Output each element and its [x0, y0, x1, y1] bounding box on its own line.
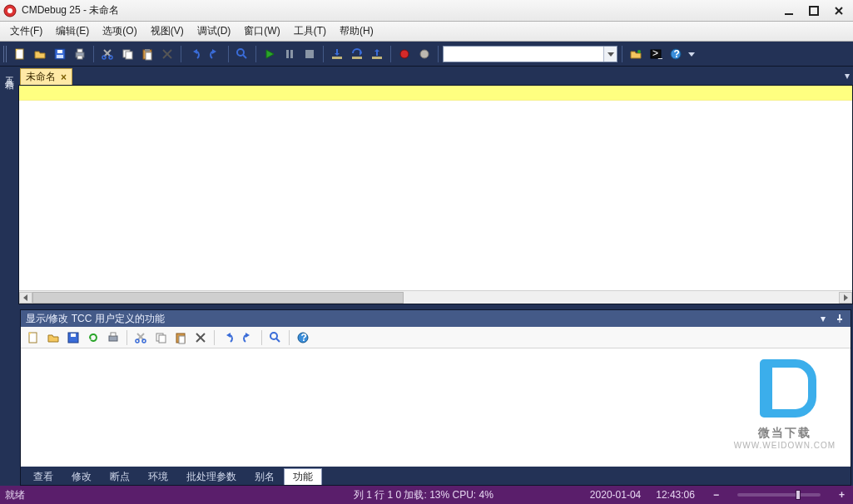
cut-button[interactable] [98, 45, 117, 63]
new-button[interactable] [11, 45, 29, 63]
menu-options[interactable]: 选项(O) [96, 22, 143, 41]
step-into-button[interactable] [328, 45, 346, 63]
step-out-button[interactable] [368, 45, 386, 63]
panel-paste-button[interactable] [171, 329, 190, 347]
svg-rect-37 [372, 57, 382, 59]
panel-dropdown-icon[interactable]: ▾ [817, 313, 829, 324]
scroll-track[interactable] [32, 292, 839, 304]
svg-point-42 [637, 50, 641, 53]
record-button[interactable] [395, 45, 414, 63]
open-button[interactable] [31, 45, 49, 63]
panel-print-button[interactable] [104, 329, 122, 347]
panel-new-button[interactable] [24, 329, 42, 347]
svg-line-24 [163, 50, 171, 58]
copy-button[interactable] [118, 45, 136, 63]
open-folder-button[interactable] [627, 45, 645, 63]
status-date: 2020-01-04 [590, 489, 641, 501]
panel-tab-env[interactable]: 环境 [139, 468, 177, 485]
panel-pin-icon[interactable] [834, 313, 846, 324]
menu-debug[interactable]: 调试(D) [191, 22, 238, 41]
svg-rect-55 [68, 333, 78, 343]
zoom-knob[interactable] [796, 490, 801, 500]
panel-tab-alias[interactable]: 别名 [245, 468, 284, 485]
zoom-slider[interactable] [737, 493, 821, 497]
panel-find-button[interactable] [266, 329, 285, 347]
tab-close-icon[interactable]: × [61, 72, 67, 83]
window-title: CMDebug 25 - 未命名 [22, 3, 119, 17]
svg-rect-59 [111, 333, 116, 336]
command-input[interactable] [444, 47, 603, 62]
menu-help[interactable]: 帮助(H) [333, 22, 380, 41]
svg-text:>_: >_ [652, 47, 662, 59]
menu-file[interactable]: 文件(F) [3, 22, 49, 41]
find-button[interactable] [233, 45, 251, 63]
editor-tab[interactable]: 未命名 × [20, 68, 72, 85]
save-button[interactable] [51, 45, 69, 63]
panel-tab-batch[interactable]: 批处理参数 [177, 468, 245, 485]
paste-button[interactable] [138, 45, 156, 63]
menu-tools[interactable]: 工具(T) [287, 22, 333, 41]
panel-copy-button[interactable] [151, 329, 170, 347]
toolbar-handle[interactable] [3, 46, 7, 62]
combo-dropdown-icon[interactable] [603, 47, 617, 62]
svg-rect-76 [764, 363, 772, 413]
svg-rect-2 [785, 13, 793, 15]
panel-body[interactable]: 微当下载 WWW.WEIDOWN.COM [21, 348, 851, 467]
zoom-out-button[interactable]: − [710, 489, 722, 501]
redo-button[interactable] [206, 45, 224, 63]
menu-view[interactable]: 视图(V) [144, 22, 191, 41]
panel-tab-function[interactable]: 功能 [284, 468, 322, 485]
editor-area[interactable] [18, 85, 853, 304]
delete-button[interactable] [158, 45, 176, 63]
svg-point-40 [420, 50, 429, 58]
undo-button[interactable] [186, 45, 204, 63]
panel-refresh-button[interactable] [84, 329, 102, 347]
panel-tab-break[interactable]: 断点 [101, 468, 139, 485]
print-button[interactable] [71, 45, 89, 63]
panel-tab-modify[interactable]: 修改 [62, 468, 101, 485]
main-toolbar: >_ ? [0, 42, 853, 67]
run-button[interactable] [260, 45, 279, 63]
panel-undo-button[interactable] [219, 329, 237, 347]
zoom-in-button[interactable]: + [836, 489, 848, 501]
close-button[interactable] [828, 3, 850, 18]
panel-cut-button[interactable] [131, 329, 150, 347]
command-combo[interactable] [443, 46, 617, 62]
step-over-button[interactable] [348, 45, 366, 63]
svg-line-14 [104, 50, 111, 57]
panel-tab-view[interactable]: 查看 [24, 468, 62, 485]
help-button[interactable]: ? [667, 45, 685, 63]
svg-line-60 [137, 334, 144, 340]
menu-edit[interactable]: 编辑(E) [49, 22, 96, 41]
svg-rect-11 [76, 52, 84, 57]
svg-rect-53 [29, 333, 37, 343]
scroll-right-icon[interactable] [839, 292, 852, 304]
watermark-url: WWW.WEIDOWN.COM [734, 441, 836, 450]
maximize-button[interactable] [803, 3, 825, 18]
panel-open-button[interactable] [44, 329, 62, 347]
help-dropdown[interactable] [687, 45, 697, 63]
menu-window[interactable]: 窗口(W) [237, 22, 286, 41]
panel-redo-button[interactable] [239, 329, 257, 347]
panel-delete-button[interactable] [191, 329, 210, 347]
svg-point-63 [142, 339, 146, 343]
editor-body[interactable] [19, 101, 852, 290]
horizontal-scrollbar[interactable] [19, 290, 852, 304]
minimize-button[interactable] [778, 3, 800, 18]
tabstrip-dropdown-icon[interactable]: ▾ [845, 70, 850, 82]
panel-save-button[interactable] [64, 329, 82, 347]
svg-marker-25 [193, 49, 197, 54]
panel-help-button[interactable]: ? [294, 329, 312, 347]
sidebar-toolbox[interactable]: 工具箱 [0, 67, 18, 486]
breakpoint-button[interactable] [415, 45, 434, 63]
status-time: 12:43:06 [656, 489, 695, 501]
svg-line-73 [276, 338, 280, 342]
stop-button[interactable] [300, 45, 319, 63]
console-button[interactable]: >_ [647, 45, 665, 63]
svg-point-74 [298, 333, 308, 343]
svg-rect-64 [156, 334, 163, 341]
scroll-thumb[interactable] [32, 292, 404, 304]
scroll-left-icon[interactable] [19, 292, 32, 304]
pause-button[interactable] [280, 45, 299, 63]
svg-text:?: ? [301, 332, 307, 343]
